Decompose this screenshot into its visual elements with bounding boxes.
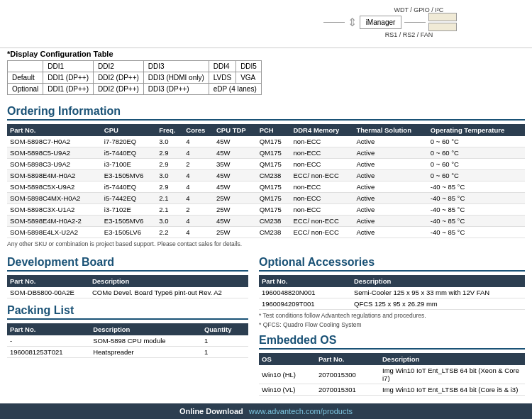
- ordering-cell-5-8: -40 ~ 85 °C: [428, 193, 525, 204]
- display-config-header-ddi4: DDI4: [209, 61, 235, 72]
- ordering-cell-8-0: SOM-5898E4LX-U2A2: [7, 227, 101, 238]
- packing-partno-1: 1960081253T021: [7, 347, 90, 358]
- ordering-cell-3-5: CM238: [257, 170, 291, 181]
- optional-partno-0: 1960048820N001: [259, 287, 351, 298]
- ordering-cell-1-7: Active: [353, 147, 427, 159]
- display-config-default-ddi1: DDI1 (DP++): [43, 72, 94, 84]
- ordering-cell-5-4: 25W: [214, 193, 257, 204]
- embedded-os-section: Embedded OS OS Part No. Description Win1…: [259, 334, 525, 396]
- ordering-row-3: SOM-5898E4M-H0A2E3-1505MV63.0445WCM238EC…: [7, 170, 525, 181]
- embedded-os-name-1: Win10 (VL): [259, 384, 316, 396]
- ordering-cell-7-8: -40 ~ 85 °C: [428, 216, 525, 227]
- download-url[interactable]: www.advantech.com/products: [249, 407, 353, 415]
- ordering-cell-7-0: SOM-5898E4M-H0A2-2: [7, 216, 101, 227]
- ordering-header-thermal: Thermal Solution: [353, 124, 427, 136]
- embedded-os-name-0: Win10 (HL): [259, 365, 316, 384]
- ordering-cell-3-2: 3.0: [156, 170, 183, 181]
- ordering-cell-2-0: SOM-5898C3-U9A2: [7, 159, 101, 170]
- ordering-cell-3-4: 45W: [214, 170, 257, 181]
- ordering-cell-2-6: non-ECC: [290, 159, 353, 170]
- packing-qty-0: 1: [201, 335, 248, 347]
- display-config-title: *Display Configuration Table: [7, 50, 525, 58]
- ordering-cell-0-4: 45W: [214, 136, 257, 147]
- ordering-cell-8-3: 4: [183, 227, 214, 238]
- dev-board-row-0: SOM-DB5800-00A2E COMe Devel. Board Type6…: [7, 287, 248, 298]
- optional-row-0: 1960048820N001 Semi-Cooler 125 x 95 x 33…: [259, 287, 525, 298]
- ordering-cell-1-3: 4: [183, 147, 214, 159]
- ordering-cell-8-8: -40 ~ 85 °C: [428, 227, 525, 238]
- ordering-cell-1-0: SOM-5898C5-U9A2: [7, 147, 101, 159]
- ordering-cell-5-0: SOM-5898C4MX-H0A2: [7, 193, 101, 204]
- ordering-header-row: Part No. CPU Freq. Cores CPU TDP PCH DDR…: [7, 124, 525, 136]
- ordering-header-cpu: CPU: [101, 124, 156, 136]
- display-config-header-ddi2: DDI2: [94, 61, 144, 72]
- download-label: Online Download: [179, 407, 243, 415]
- optional-desc-1: QFCS 125 x 95 x 26.29 mm: [351, 298, 525, 310]
- embedded-os-header-partno: Part No.: [316, 353, 379, 365]
- embedded-os-header-row: OS Part No. Description: [259, 353, 525, 365]
- optional-accessories-title: Optional Accessories: [259, 256, 525, 272]
- display-config-default-ddi4: LVDS: [209, 72, 235, 84]
- ordering-title: Ordering Information: [7, 105, 525, 121]
- ordering-cell-2-8: 0 ~ 60 °C: [428, 159, 525, 170]
- embedded-os-desc-0: Img Win10 IoT Ent_LTSB 64 bit (Xeon & Co…: [379, 365, 525, 384]
- ordering-cell-3-6: ECC/ non-ECC: [290, 170, 353, 181]
- ordering-row-7: SOM-5898E4M-H0A2-2E3-1505MV63.0445WCM238…: [7, 216, 525, 227]
- ordering-cell-4-1: i5-7440EQ: [101, 181, 156, 193]
- display-config-optional-ddi1: DDI1 (DP++): [43, 84, 94, 95]
- ordering-cell-1-6: non-ECC: [290, 147, 353, 159]
- optional-note-1: * QFCS: Quadro Flow Cooling System: [259, 321, 525, 328]
- imanager-box: iManager WDT / GPIO / I²C RS1 / RS2 / FA…: [360, 16, 402, 29]
- optional-header-row: Part No. Description: [259, 275, 525, 287]
- ordering-cell-2-3: 2: [183, 159, 214, 170]
- diagram-area: ⇕ iManager WDT / GPIO / I²C RS1 / RS2 / …: [0, 0, 532, 48]
- ordering-cell-7-6: ECC/ non-ECC: [290, 216, 353, 227]
- display-config-table: DDI1 DDI2 DDI3 DDI4 DDI5 Default DDI1 (D…: [7, 60, 262, 95]
- ordering-cell-1-5: QM175: [257, 147, 291, 159]
- ordering-cell-0-0: SOM-5898C7-H0A2: [7, 136, 101, 147]
- ordering-cell-6-2: 2.1: [156, 204, 183, 216]
- optional-header-desc: Description: [351, 275, 525, 287]
- ordering-row-2: SOM-5898C3-U9A2i3-7100E2.9235WQM175non-E…: [7, 159, 525, 170]
- ordering-header-pch: PCH: [257, 124, 291, 136]
- ordering-cell-5-5: QM175: [257, 193, 291, 204]
- packing-list-title: Packing List: [7, 304, 248, 320]
- ordering-cell-8-7: Active: [353, 227, 427, 238]
- ordering-row-8: SOM-5898E4LX-U2A2E3-1505LV62.2425WCM238E…: [7, 227, 525, 238]
- dev-board-partno-0: SOM-DB5800-00A2E: [7, 287, 89, 298]
- embedded-os-table: OS Part No. Description Win10 (HL) 20700…: [259, 353, 525, 396]
- ordering-cell-5-3: 4: [183, 193, 214, 204]
- ordering-row-4: SOM-5898C5X-U9A2i5-7440EQ2.9445WQM175non…: [7, 181, 525, 193]
- ordering-cell-6-3: 2: [183, 204, 214, 216]
- optional-note-0: * Test conditions follow Advantech regul…: [259, 312, 525, 319]
- ordering-cell-7-2: 3.0: [156, 216, 183, 227]
- ordering-cell-8-1: E3-1505LV6: [101, 227, 156, 238]
- display-config-mode-default: Default: [8, 72, 43, 84]
- wdt-label: WDT / GPIO / I²C: [394, 6, 444, 13]
- optional-accessories-section: Optional Accessories Part No. Descriptio…: [259, 256, 525, 328]
- ordering-header-cores: Cores: [183, 124, 214, 136]
- ordering-cell-4-0: SOM-5898C5X-U9A2: [7, 181, 101, 193]
- ordering-cell-2-7: Active: [353, 159, 427, 170]
- display-config-section: *Display Configuration Table DDI1 DDI2 D…: [0, 48, 532, 99]
- ordering-cell-2-4: 35W: [214, 159, 257, 170]
- right-lower-section: Optional Accessories Part No. Descriptio…: [259, 250, 525, 396]
- ordering-cell-3-8: 0 ~ 60 °C: [428, 170, 525, 181]
- packing-header-partno: Part No.: [7, 323, 90, 335]
- ordering-cell-8-5: CM238: [257, 227, 291, 238]
- ordering-cell-7-1: E3-1505MV6: [101, 216, 156, 227]
- ordering-cell-3-3: 4: [183, 170, 214, 181]
- ordering-cell-1-1: i5-7440EQ: [101, 147, 156, 159]
- dev-board-title: Development Board: [7, 256, 248, 272]
- ordering-cell-0-7: Active: [353, 136, 427, 147]
- ordering-cell-6-4: 25W: [214, 204, 257, 216]
- ordering-cell-6-7: Active: [353, 204, 427, 216]
- ordering-cell-4-5: QM175: [257, 181, 291, 193]
- ordering-cell-8-4: 25W: [214, 227, 257, 238]
- ordering-table: Part No. CPU Freq. Cores CPU TDP PCH DDR…: [7, 124, 525, 238]
- display-config-header-ddi3: DDI3: [143, 61, 209, 72]
- ordering-cell-1-4: 45W: [214, 147, 257, 159]
- ordering-cell-8-6: ECC/ non-ECC: [290, 227, 353, 238]
- packing-list-table: Part No. Description Quantity - SOM-5898…: [7, 323, 248, 358]
- ordering-note: Any other SKU or combination is project …: [7, 240, 525, 247]
